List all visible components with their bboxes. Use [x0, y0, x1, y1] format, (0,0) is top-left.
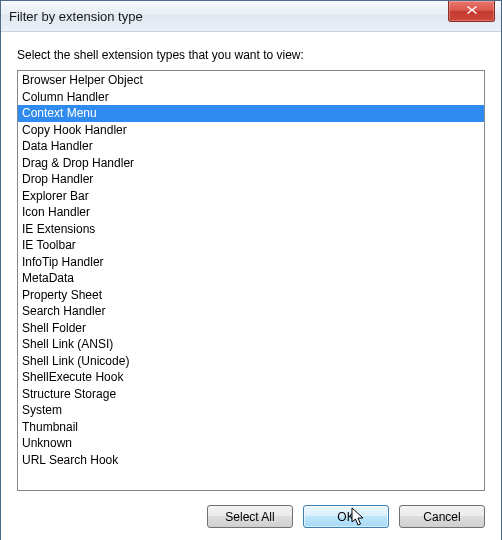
list-item[interactable]: InfoTip Handler: [18, 254, 484, 271]
list-item[interactable]: Shell Link (Unicode): [18, 353, 484, 370]
list-item[interactable]: Property Sheet: [18, 287, 484, 304]
list-item[interactable]: System: [18, 402, 484, 419]
list-item[interactable]: IE Extensions: [18, 221, 484, 238]
instruction-text: Select the shell extension types that yo…: [17, 48, 485, 62]
titlebar: Filter by extension type: [1, 1, 501, 32]
list-item[interactable]: Drop Handler: [18, 171, 484, 188]
list-item[interactable]: URL Search Hook: [18, 452, 484, 469]
close-button[interactable]: [448, 1, 495, 22]
list-item[interactable]: Drag & Drop Handler: [18, 155, 484, 172]
cancel-button[interactable]: Cancel: [399, 505, 485, 528]
dialog-body: Select the shell extension types that yo…: [1, 32, 501, 540]
list-item[interactable]: Data Handler: [18, 138, 484, 155]
list-item[interactable]: Column Handler: [18, 89, 484, 106]
select-all-button[interactable]: Select All: [207, 505, 293, 528]
list-item[interactable]: Shell Link (ANSI): [18, 336, 484, 353]
list-item[interactable]: Structure Storage: [18, 386, 484, 403]
list-item[interactable]: Shell Folder: [18, 320, 484, 337]
list-item[interactable]: Explorer Bar: [18, 188, 484, 205]
list-item[interactable]: Browser Helper Object: [18, 72, 484, 89]
button-row: Select All OK Cancel: [17, 491, 485, 528]
dialog-window: Filter by extension type Select the shel…: [0, 0, 502, 540]
window-title: Filter by extension type: [9, 9, 143, 24]
list-item[interactable]: Context Menu: [18, 105, 484, 122]
list-item[interactable]: ShellExecute Hook: [18, 369, 484, 386]
close-icon: [466, 4, 478, 18]
extension-type-listbox[interactable]: Browser Helper ObjectColumn HandlerConte…: [17, 70, 485, 491]
list-item[interactable]: Unknown: [18, 435, 484, 452]
list-item[interactable]: Thumbnail: [18, 419, 484, 436]
list-item[interactable]: Copy Hook Handler: [18, 122, 484, 139]
ok-button[interactable]: OK: [303, 505, 389, 528]
list-item[interactable]: Icon Handler: [18, 204, 484, 221]
list-item[interactable]: IE Toolbar: [18, 237, 484, 254]
list-item[interactable]: MetaData: [18, 270, 484, 287]
list-item[interactable]: Search Handler: [18, 303, 484, 320]
